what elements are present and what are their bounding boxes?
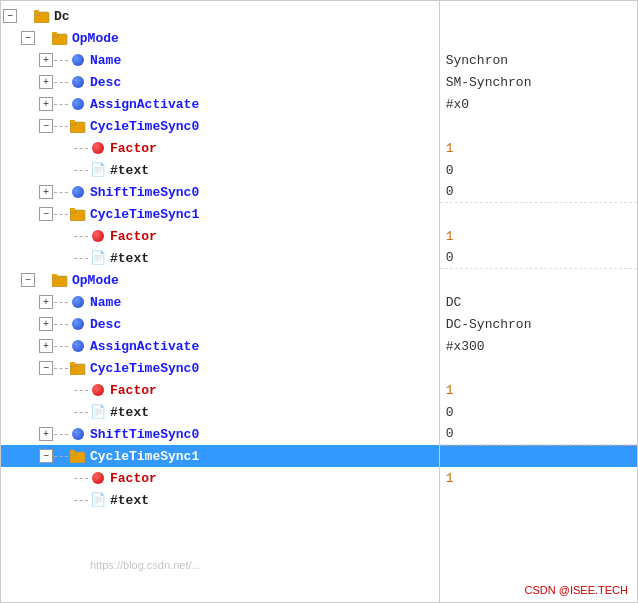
tree-row[interactable]: +Desc bbox=[1, 71, 439, 93]
expand-button[interactable]: + bbox=[39, 427, 53, 441]
tree-row[interactable]: +ShiftTimeSync0 bbox=[1, 181, 439, 203]
node-label: Name bbox=[90, 53, 121, 68]
value-row: #x0 bbox=[440, 93, 637, 115]
value-row: DC-Synchron bbox=[440, 313, 637, 335]
expand-button[interactable]: + bbox=[39, 317, 53, 331]
value-row bbox=[440, 445, 637, 467]
value-text: 0 bbox=[446, 163, 454, 178]
node-label: ShiftTimeSync0 bbox=[90, 427, 199, 442]
blue-dot-icon bbox=[70, 184, 86, 200]
node-label: OpMode bbox=[72, 31, 119, 46]
value-text: #x0 bbox=[446, 97, 469, 112]
value-text: DC-Synchron bbox=[446, 317, 532, 332]
tree-row[interactable]: 📄#text bbox=[1, 401, 439, 423]
collapse-button[interactable]: − bbox=[3, 9, 17, 23]
node-label: #text bbox=[110, 163, 149, 178]
tree-row[interactable]: 📄#text bbox=[1, 247, 439, 269]
tree-row[interactable]: 📄#text bbox=[1, 489, 439, 511]
tree-row[interactable]: +Name bbox=[1, 291, 439, 313]
tree-connector-line bbox=[54, 346, 68, 347]
tree-connector-line bbox=[54, 302, 68, 303]
tree-row[interactable]: Factor bbox=[1, 467, 439, 489]
node-label: ShiftTimeSync0 bbox=[90, 185, 199, 200]
value-row: DC bbox=[440, 291, 637, 313]
folder-icon bbox=[70, 206, 86, 222]
expand-button[interactable]: + bbox=[39, 75, 53, 89]
expand-button[interactable]: + bbox=[39, 97, 53, 111]
blue-dot-icon bbox=[70, 52, 86, 68]
expand-button[interactable]: + bbox=[39, 53, 53, 67]
svg-rect-8 bbox=[70, 120, 75, 123]
tree-connector-line bbox=[74, 170, 88, 171]
value-row bbox=[440, 203, 637, 225]
expand-button[interactable]: + bbox=[39, 185, 53, 199]
folder-icon bbox=[70, 360, 86, 376]
value-row: 1 bbox=[440, 379, 637, 401]
collapse-button[interactable]: − bbox=[39, 449, 53, 463]
value-row: Synchron bbox=[440, 49, 637, 71]
tree-row[interactable]: Factor bbox=[1, 225, 439, 247]
tree-row[interactable]: − CycleTimeSync0 bbox=[1, 357, 439, 379]
value-row bbox=[440, 115, 637, 137]
tree-row[interactable]: − CycleTimeSync0 bbox=[1, 115, 439, 137]
value-row bbox=[440, 489, 637, 511]
tree-connector-line bbox=[74, 258, 88, 259]
value-row: #x300 bbox=[440, 335, 637, 357]
expand-placeholder bbox=[59, 493, 73, 507]
tree-connector-line bbox=[54, 104, 68, 105]
node-label: AssignActivate bbox=[90, 97, 199, 112]
value-text: 0 bbox=[446, 184, 454, 199]
tree-row[interactable]: − CycleTimeSync1 bbox=[1, 203, 439, 225]
document-icon: 📄 bbox=[90, 250, 106, 266]
tree-row[interactable]: − OpMode bbox=[1, 269, 439, 291]
value-row bbox=[440, 357, 637, 379]
tree-connector-line bbox=[54, 456, 68, 457]
tree-connector-line bbox=[74, 236, 88, 237]
tree-row[interactable]: +AssignActivate bbox=[1, 93, 439, 115]
node-label: OpMode bbox=[72, 273, 119, 288]
node-label: #text bbox=[110, 405, 149, 420]
collapse-button[interactable]: − bbox=[21, 273, 35, 287]
tree-row[interactable]: Factor bbox=[1, 379, 439, 401]
tree-row[interactable]: − CycleTimeSync1 bbox=[1, 445, 439, 467]
tree-row[interactable]: Factor bbox=[1, 137, 439, 159]
expand-placeholder bbox=[59, 383, 73, 397]
collapse-button[interactable]: − bbox=[39, 207, 53, 221]
value-row: SM-Synchron bbox=[440, 71, 637, 93]
node-label: Factor bbox=[110, 383, 157, 398]
tree-connector-line bbox=[74, 478, 88, 479]
expand-placeholder bbox=[59, 163, 73, 177]
tree-connector-line bbox=[54, 324, 68, 325]
collapse-button[interactable]: − bbox=[39, 119, 53, 133]
tree-row[interactable]: +ShiftTimeSync0 bbox=[1, 423, 439, 445]
blue-dot-icon bbox=[70, 96, 86, 112]
collapse-button[interactable]: − bbox=[21, 31, 35, 45]
value-row: 1 bbox=[440, 137, 637, 159]
svg-rect-14 bbox=[52, 274, 57, 277]
blue-dot-icon bbox=[70, 74, 86, 90]
tree-connector-line bbox=[54, 368, 68, 369]
value-row: 1 bbox=[440, 225, 637, 247]
expand-placeholder bbox=[59, 251, 73, 265]
value-text: #x300 bbox=[446, 339, 485, 354]
tree-row[interactable]: 📄#text bbox=[1, 159, 439, 181]
collapse-button[interactable]: − bbox=[39, 361, 53, 375]
tree-row[interactable]: +Desc bbox=[1, 313, 439, 335]
folder-icon bbox=[70, 118, 86, 134]
tree-row[interactable]: − OpMode bbox=[1, 27, 439, 49]
expand-button[interactable]: + bbox=[39, 295, 53, 309]
expand-button[interactable]: + bbox=[39, 339, 53, 353]
tree-row[interactable]: +Name bbox=[1, 49, 439, 71]
folder-icon bbox=[34, 8, 50, 24]
tree-connector-line bbox=[74, 390, 88, 391]
value-row: 0 bbox=[440, 423, 637, 445]
tree-connector-line bbox=[54, 82, 68, 83]
node-label: CycleTimeSync1 bbox=[90, 207, 199, 222]
expand-placeholder bbox=[59, 141, 73, 155]
expand-placeholder bbox=[59, 229, 73, 243]
tree-row[interactable]: − Dc bbox=[1, 5, 439, 27]
value-text: DC bbox=[446, 295, 462, 310]
value-row bbox=[440, 27, 637, 49]
tree-row[interactable]: +AssignActivate bbox=[1, 335, 439, 357]
tree-connector-line bbox=[54, 434, 68, 435]
